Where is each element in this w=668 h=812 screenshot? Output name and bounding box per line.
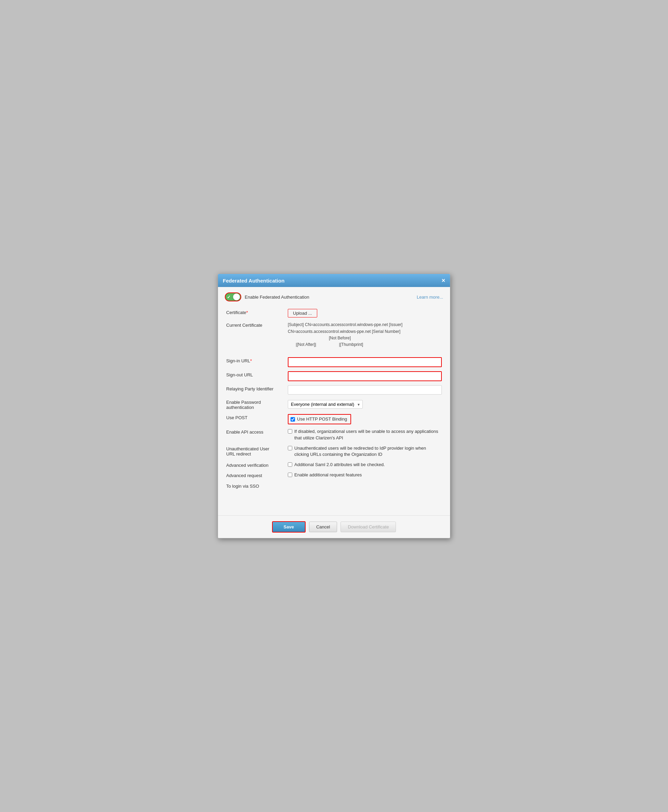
current-certificate-row: Current Certificate [Subject] CN=account… — [225, 320, 443, 350]
enable-password-row: Enable Passwordauthentication Everyone (… — [225, 397, 443, 412]
unauth-url-row: Unauthenticated UserURL redirect Unauthe… — [225, 443, 443, 460]
advanced-request-checkbox-cell: Enable additional request features — [286, 470, 443, 480]
unauth-url-label: Unauthenticated UserURL redirect — [225, 443, 286, 460]
use-post-row: Use POST Use HTTP POST Binding — [225, 412, 443, 426]
sign-in-url-label: Sign-in URL* — [225, 355, 286, 369]
certificate-label: Certificate* — [225, 307, 286, 320]
use-post-label: Use POST — [225, 412, 286, 426]
enable-api-checkbox-cell: If disabled, organizational users will b… — [286, 426, 443, 443]
sign-in-url-input[interactable] — [288, 357, 442, 367]
enable-api-checkbox[interactable] — [288, 429, 292, 434]
relaying-party-input[interactable] — [288, 385, 442, 395]
advanced-verification-label: Advanced verification — [225, 460, 286, 470]
to-login-row: To login via SSO — [225, 481, 443, 491]
form-table: Certificate* Upload ... Current Certific… — [225, 307, 443, 511]
sign-out-url-row: Sign-out URL — [225, 369, 443, 383]
current-certificate-value: [Subject] CN=accounts.accesscontrol.wind… — [286, 320, 443, 350]
use-post-checkbox-cell: Use HTTP POST Binding — [286, 412, 443, 426]
enable-left: ✓ Enable Federated Authentication — [225, 293, 309, 301]
dialog-footer: Save Cancel Download Certificate — [218, 516, 450, 538]
enable-api-row: Enable API access If disabled, organizat… — [225, 426, 443, 443]
save-button[interactable]: Save — [272, 521, 306, 532]
advanced-verification-checkbox[interactable] — [288, 462, 292, 467]
dialog-body: ✓ Enable Federated Authentication Learn … — [218, 287, 450, 515]
required-star-signin: * — [250, 358, 252, 363]
toggle-check-icon: ✓ — [227, 295, 230, 300]
enable-api-text: If disabled, organizational users will b… — [294, 429, 442, 441]
relaying-party-input-cell — [286, 383, 443, 397]
advanced-verification-text: Additional Saml 2.0 attributes will be c… — [294, 462, 385, 468]
use-post-checkbox[interactable] — [291, 417, 295, 422]
advanced-request-checkbox[interactable] — [288, 473, 292, 477]
enable-label: Enable Federated Authentication — [245, 295, 309, 300]
cancel-button[interactable]: Cancel — [309, 522, 337, 532]
to-login-label: To login via SSO — [225, 481, 286, 491]
relaying-party-label: Relaying Party Identifier — [225, 383, 286, 397]
advanced-verification-checkbox-row: Additional Saml 2.0 attributes will be c… — [288, 462, 442, 468]
sign-out-url-input[interactable] — [288, 371, 442, 381]
learn-more-link[interactable]: Learn more... — [417, 295, 443, 300]
unauth-url-checkbox[interactable] — [288, 446, 292, 450]
advanced-verification-checkbox-cell: Additional Saml 2.0 attributes will be c… — [286, 460, 443, 470]
download-certificate-button[interactable]: Download Certificate — [341, 522, 396, 532]
use-post-wrapper: Use HTTP POST Binding — [288, 414, 351, 424]
dialog-title: Federated Authentication — [223, 278, 284, 284]
enable-password-select[interactable]: Everyone (internal and external) Interna… — [288, 400, 363, 409]
dialog-title-bar: Federated Authentication × — [218, 274, 450, 287]
advanced-request-row: Advanced request Enable additional reque… — [225, 470, 443, 480]
cert-info-text: [Subject] CN=accounts.accesscontrol.wind… — [288, 321, 442, 348]
upload-button[interactable]: Upload ... — [288, 309, 317, 318]
advanced-request-checkbox-row: Enable additional request features — [288, 472, 442, 478]
close-button[interactable]: × — [441, 277, 445, 284]
certificate-input-cell: Upload ... — [286, 307, 443, 320]
toggle-knob — [233, 293, 240, 300]
unauth-url-checkbox-row: Unauthenticated users will be redirected… — [288, 445, 442, 457]
advanced-verification-row: Advanced verification Additional Saml 2.… — [225, 460, 443, 470]
enable-password-select-wrapper: Everyone (internal and external) Interna… — [288, 400, 363, 409]
enable-password-label: Enable Passwordauthentication — [225, 397, 286, 412]
advanced-request-text: Enable additional request features — [294, 472, 362, 478]
current-certificate-label: Current Certificate — [225, 320, 286, 350]
enable-api-checkbox-row: If disabled, organizational users will b… — [288, 429, 442, 441]
sign-in-url-row: Sign-in URL* — [225, 355, 443, 369]
enable-row: ✓ Enable Federated Authentication Learn … — [225, 293, 443, 301]
required-star: * — [246, 310, 248, 315]
enable-api-label: Enable API access — [225, 426, 286, 443]
federated-auth-dialog: Federated Authentication × ✓ Enable Fede… — [218, 274, 450, 538]
unauth-url-text: Unauthenticated users will be redirected… — [294, 445, 442, 457]
relaying-party-row: Relaying Party Identifier — [225, 383, 443, 397]
sign-out-url-input-cell — [286, 369, 443, 383]
enable-toggle[interactable]: ✓ — [225, 293, 241, 301]
to-login-value — [286, 481, 443, 491]
unauth-url-checkbox-cell: Unauthenticated users will be redirected… — [286, 443, 443, 460]
certificate-row: Certificate* Upload ... — [225, 307, 443, 320]
sign-in-url-input-cell — [286, 355, 443, 369]
advanced-request-label: Advanced request — [225, 470, 286, 480]
use-post-checkbox-label: Use HTTP POST Binding — [297, 416, 347, 422]
enable-password-dropdown-cell: Everyone (internal and external) Interna… — [286, 397, 443, 412]
sign-out-url-label: Sign-out URL — [225, 369, 286, 383]
